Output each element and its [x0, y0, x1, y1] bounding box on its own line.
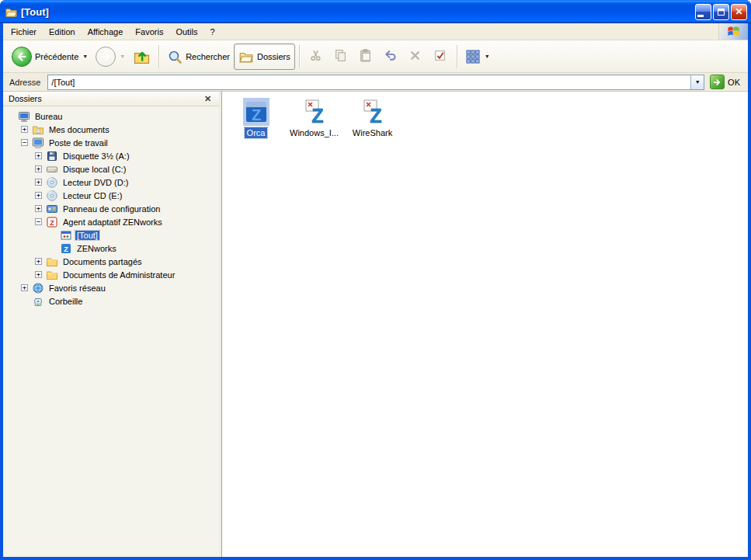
- address-dropdown-button[interactable]: ▼: [690, 75, 704, 89]
- tree-item-agent-adaptatif-zenworks[interactable]: −ZAgent adaptatif ZENworks: [3, 215, 219, 228]
- tree-item-tout[interactable]: [Tout]: [3, 228, 219, 242]
- tree-item-disque-local-c[interactable]: +Disque local (C:): [3, 162, 219, 176]
- up-button[interactable]: [129, 46, 155, 67]
- views-icon: [465, 49, 481, 64]
- menu-item-fichier[interactable]: Fichier: [5, 25, 43, 39]
- computer-icon: [32, 137, 44, 149]
- menu-item-outils[interactable]: Outils: [169, 25, 203, 39]
- undo-button[interactable]: [380, 46, 402, 68]
- tree-item-label: Bureau: [33, 112, 64, 121]
- views-dropdown-icon[interactable]: ▼: [485, 54, 490, 59]
- tree-item-documents-de-administrateur[interactable]: +Documents de Administrateur: [3, 268, 219, 281]
- zen-agent-icon: Z: [46, 216, 58, 228]
- zen-installer-icon: Z: [354, 98, 391, 126]
- control-panel-icon: [46, 203, 58, 215]
- expand-icon[interactable]: +: [35, 152, 42, 159]
- back-icon: [12, 47, 32, 67]
- verify-button[interactable]: [429, 46, 451, 68]
- folders-icon: [238, 49, 254, 64]
- folders-sidebar: Dossiers ✕ Bureau+Mes documents−Poste de…: [3, 92, 219, 557]
- search-button[interactable]: Rechercher: [163, 47, 234, 66]
- maximize-button[interactable]: [713, 4, 729, 20]
- tree-item-label: Documents de Administrateur: [61, 270, 176, 280]
- minimize-button[interactable]: [695, 4, 711, 20]
- collapse-icon[interactable]: −: [35, 218, 42, 225]
- tree-item-poste-de-travail[interactable]: −Poste de travail: [3, 136, 219, 149]
- menu-item-favoris[interactable]: Favoris: [129, 25, 169, 39]
- paste-icon: [359, 49, 372, 64]
- tree-item-lecteur-dvd-d[interactable]: +Lecteur DVD (D:): [3, 176, 219, 189]
- file-item-wireshark[interactable]: ZWireShark: [343, 98, 402, 138]
- menu-item-item[interactable]: ?: [204, 25, 221, 39]
- tree-item-lecteur-cd-e[interactable]: +Lecteur CD (E:): [3, 189, 219, 202]
- window-body: Dossiers ✕ Bureau+Mes documents−Poste de…: [3, 92, 748, 557]
- tree-item-panneau-de-configuration[interactable]: +Panneau de configuration: [3, 202, 219, 215]
- undo-icon: [384, 49, 397, 64]
- search-label: Rechercher: [186, 52, 230, 61]
- expand-icon[interactable]: +: [35, 165, 42, 172]
- minimize-icon: [697, 15, 704, 17]
- toolbar-icon-strip: [304, 46, 453, 68]
- svg-text:Z: Z: [50, 219, 54, 227]
- expand-icon[interactable]: +: [21, 126, 28, 133]
- forward-button[interactable]: ▼: [92, 45, 129, 68]
- tree-item-bureau[interactable]: Bureau: [3, 110, 219, 123]
- menu-item-affichage[interactable]: Affichage: [82, 25, 130, 39]
- tree-item-corbeille[interactable]: Corbeille: [3, 294, 219, 308]
- expand-icon[interactable]: +: [35, 192, 42, 199]
- file-item-label: Windows_I...: [287, 127, 341, 138]
- file-item-windows-i[interactable]: ZWindows_I...: [285, 98, 343, 138]
- address-input-wrap: ▼: [47, 75, 704, 90]
- tree-item-documents-partages[interactable]: +Documents partagés: [3, 255, 219, 268]
- expand-icon[interactable]: +: [35, 258, 42, 265]
- sidebar-header: Dossiers ✕: [3, 92, 219, 106]
- tree-item-label: Lecteur DVD (D:): [61, 178, 130, 187]
- file-item-orca[interactable]: ZOrca: [227, 98, 285, 138]
- title-bar[interactable]: [Tout] ✕: [0, 0, 751, 23]
- file-list: ZOrcaZWindows_I...ZWireShark: [222, 92, 748, 557]
- expand-icon[interactable]: +: [35, 179, 42, 186]
- cut-icon: [309, 49, 322, 64]
- back-label: Précédente: [35, 52, 78, 61]
- explorer-window: [Tout] ✕ FichierEditionAffichageFavorisO…: [0, 0, 751, 560]
- forward-dropdown-icon[interactable]: ▼: [120, 54, 125, 59]
- expand-icon[interactable]: +: [35, 271, 42, 278]
- close-button[interactable]: ✕: [731, 4, 747, 20]
- svg-text:Z: Z: [64, 245, 68, 253]
- go-button[interactable]: OK: [704, 75, 746, 89]
- expand-icon[interactable]: +: [21, 284, 28, 291]
- window-folder-icon: [5, 5, 18, 19]
- delete-button[interactable]: [405, 46, 426, 68]
- toolbar-separator: [158, 45, 159, 68]
- tree-item-mes-documents[interactable]: +Mes documents: [3, 123, 219, 136]
- back-dropdown-icon[interactable]: ▼: [82, 54, 88, 59]
- floppy-icon: [46, 150, 58, 162]
- copy-button[interactable]: [330, 46, 352, 68]
- verify-icon: [433, 49, 447, 64]
- toolbar-separator: [299, 45, 300, 68]
- svg-text:Z: Z: [251, 106, 260, 123]
- address-input[interactable]: [48, 75, 690, 89]
- close-sidebar-button[interactable]: ✕: [202, 94, 214, 104]
- menu-item-edition[interactable]: Edition: [43, 25, 82, 39]
- back-button[interactable]: Précédente ▼: [8, 45, 92, 68]
- zen-window-icon: [60, 229, 72, 242]
- expand-icon[interactable]: +: [35, 205, 42, 212]
- copy-icon: [334, 49, 347, 64]
- tree-item-zenworks[interactable]: ZZENworks: [3, 242, 219, 255]
- tree-item-favoris-reseau[interactable]: +Favoris réseau: [3, 281, 219, 294]
- tree-item-disquette-3-a[interactable]: +Disquette 3½ (A:): [3, 149, 219, 162]
- folders-button[interactable]: Dossiers: [234, 43, 295, 70]
- file-item-label: WireShark: [350, 127, 395, 138]
- window-controls: ✕: [695, 4, 747, 20]
- drive-icon: [46, 163, 58, 176]
- tree-item-label: Panneau de configuration: [61, 204, 162, 214]
- collapse-icon[interactable]: −: [21, 139, 28, 146]
- address-bar: Adresse ▼ OK: [3, 73, 748, 92]
- tree-item-label: Poste de travail: [47, 138, 110, 148]
- maximize-icon: [718, 9, 725, 16]
- paste-button[interactable]: [355, 46, 377, 68]
- folders-label: Dossiers: [257, 52, 290, 61]
- cut-button[interactable]: [305, 46, 327, 68]
- views-button[interactable]: ▼: [461, 47, 494, 66]
